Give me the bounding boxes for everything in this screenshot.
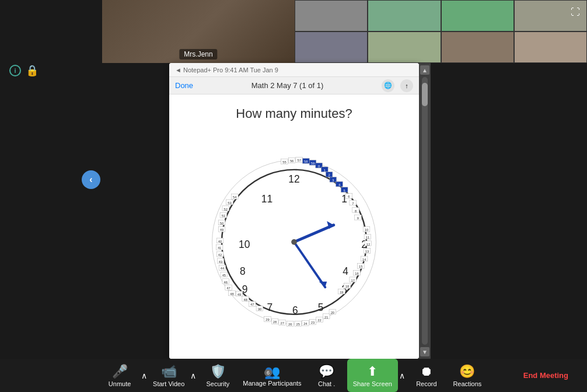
svg-text:7: 7 [352, 201, 354, 205]
participant-name-label: Mrs.Jenn [179, 49, 217, 60]
svg-text:3: 3 [332, 178, 334, 182]
notepad-doc-title: Math 2 May 7 (1 of 1) [251, 81, 324, 90]
video-cell-7 [441, 32, 514, 63]
share-caret[interactable]: ∧ [398, 371, 406, 380]
svg-text:49: 49 [237, 292, 241, 296]
scroll-down-button[interactable]: ▼ [420, 347, 429, 356]
meeting-info-icons: i 🔒 [9, 64, 39, 77]
svg-text:4: 4 [343, 265, 348, 277]
participant-video-mosaic [295, 0, 587, 63]
svg-text:43: 43 [219, 260, 222, 263]
notepad-app-bar: ◄ Notepad+ Pro 9:41 AM Tue Jan 9 [169, 63, 419, 77]
svg-text:51: 51 [222, 214, 225, 218]
svg-text:27: 27 [280, 321, 284, 325]
svg-text:9: 9 [357, 216, 359, 220]
svg-text:29: 29 [265, 318, 269, 321]
svg-text:45: 45 [222, 273, 226, 276]
fullscreen-button[interactable]: ⛶ [571, 7, 580, 18]
svg-text:48: 48 [243, 298, 247, 301]
svg-text:53: 53 [228, 201, 231, 204]
notepad-done-button[interactable]: Done [175, 81, 193, 90]
svg-text:25: 25 [296, 323, 300, 326]
chat-button[interactable]: 💬 Chat . [306, 359, 347, 392]
svg-text:9: 9 [242, 284, 248, 295]
svg-text:54: 54 [233, 195, 237, 199]
scroll-up-button[interactable]: ▲ [420, 65, 429, 75]
svg-text:49: 49 [220, 228, 223, 232]
svg-text:41: 41 [218, 246, 221, 250]
svg-text:0: 0 [318, 164, 320, 167]
start-video-button[interactable]: 📹 Start Video [148, 359, 189, 392]
previous-participant-button[interactable]: ‹ [82, 170, 100, 189]
security-button[interactable]: 🛡️ Security [197, 359, 238, 392]
video-area: Mrs.Jenn ‹ ⛶ i 🔒 ◄ Notepad+ Pro 9:41 AM … [0, 0, 587, 359]
svg-text:56: 56 [290, 159, 294, 163]
svg-text:12: 12 [288, 173, 299, 185]
svg-text:11: 11 [366, 236, 369, 239]
share-screen-icon: ⬆ [367, 364, 378, 379]
info-icon[interactable]: i [9, 65, 21, 76]
video-cell-6 [368, 32, 441, 63]
video-cell-2 [368, 0, 441, 32]
record-button[interactable]: ⏺ Record [406, 359, 447, 392]
notepad-share-icon[interactable]: 🌐 [382, 79, 394, 92]
reactions-icon: 😊 [459, 364, 475, 379]
lock-icon[interactable]: 🔒 [26, 64, 39, 77]
notepad-action-icons: 🌐 ↑ [382, 79, 413, 92]
shared-screen-scrollbar[interactable]: ▲ ▼ [419, 63, 431, 359]
svg-text:24: 24 [303, 322, 308, 326]
svg-text:17: 17 [351, 278, 355, 282]
end-meeting-button[interactable]: End Meeting [516, 368, 575, 383]
svg-text:8: 8 [355, 209, 357, 212]
svg-text:8: 8 [240, 265, 246, 277]
svg-text:20: 20 [331, 310, 334, 314]
mrs-jenn-video: Mrs.Jenn [102, 0, 295, 63]
end-meeting-label: End Meeting [523, 371, 568, 380]
notepad-upload-icon[interactable]: ↑ [400, 79, 413, 92]
svg-text:19: 19 [340, 290, 343, 294]
svg-text:52: 52 [224, 207, 228, 211]
reactions-button[interactable]: 😊 Reactions [447, 359, 488, 392]
svg-text:40: 40 [218, 239, 222, 243]
meeting-toolbar: 🎤 Unmute ∧ 📹 Start Video ∧ 🛡️ Security 👥… [0, 359, 587, 392]
participants-badge: 6 [264, 369, 272, 376]
svg-text:15: 15 [359, 265, 362, 268]
svg-text:44: 44 [221, 267, 225, 270]
chat-label: Chat . [318, 380, 335, 387]
scrollbar-track[interactable] [422, 77, 428, 345]
worksheet-title: How many minutes? [181, 106, 407, 121]
start-video-label: Start Video [153, 380, 184, 387]
mic-caret[interactable]: ∧ [140, 371, 148, 380]
svg-text:47: 47 [226, 286, 230, 290]
notepad-app-info: ◄ Notepad+ Pro 9:41 AM Tue Jan 9 [175, 66, 278, 74]
svg-text:6: 6 [348, 195, 350, 198]
svg-text:14: 14 [362, 257, 366, 261]
svg-text:55: 55 [282, 160, 286, 164]
worksheet-content: How many minutes? [169, 94, 419, 359]
svg-text:5: 5 [344, 188, 345, 192]
svg-text:1: 1 [324, 168, 326, 172]
record-label: Record [416, 380, 436, 387]
video-cell-5 [295, 32, 368, 63]
svg-text:12: 12 [366, 242, 370, 246]
scrollbar-thumb[interactable] [422, 83, 428, 106]
video-cell-3 [441, 0, 514, 32]
mic-icon: 🎤 [112, 364, 128, 379]
svg-text:46: 46 [224, 280, 228, 284]
svg-text:21: 21 [324, 315, 328, 318]
share-screen-label: Share Screen [353, 380, 392, 387]
svg-text:30: 30 [258, 307, 261, 311]
svg-point-18 [291, 239, 297, 245]
svg-text:7: 7 [267, 302, 272, 313]
video-caret[interactable]: ∧ [189, 371, 197, 380]
video-cell-1 [295, 0, 368, 32]
svg-text:26: 26 [288, 323, 292, 326]
manage-participants-label: Manage Participants [243, 380, 301, 387]
share-screen-button[interactable]: ⬆ Share Screen [347, 359, 398, 392]
manage-participants-button[interactable]: 👥 6 Manage Participants [238, 359, 306, 392]
clock-diagram: 12 1 2 3 6 9 5 7 10 11 4 8 [181, 133, 407, 345]
svg-text:18: 18 [345, 285, 349, 288]
unmute-button[interactable]: 🎤 Unmute [99, 359, 140, 392]
chat-icon: 💬 [319, 364, 334, 379]
svg-text:13: 13 [365, 250, 369, 253]
